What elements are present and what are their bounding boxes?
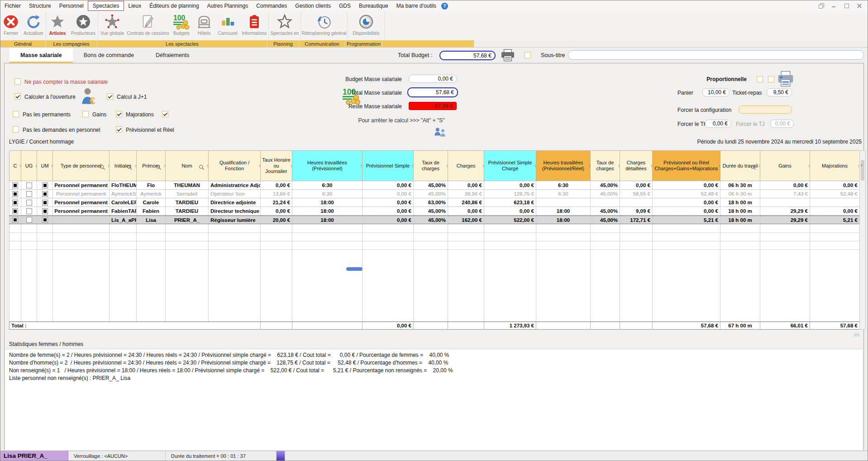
- cell-type[interactable]: Personnel permanent: [53, 198, 110, 207]
- informations-button[interactable]: Informations: [240, 11, 268, 40]
- search-icon[interactable]: [127, 164, 133, 170]
- subtitle-input[interactable]: [568, 50, 864, 60]
- ug-row-checkbox[interactable]: [26, 208, 32, 214]
- um-row-checkbox[interactable]: [42, 200, 48, 206]
- cell-prev_charge[interactable]: 0,00 €: [484, 207, 536, 216]
- cell-duree[interactable]: 18 h 00 m: [720, 207, 760, 216]
- cell-heures_prev[interactable]: 6:30: [292, 181, 362, 190]
- cell-prev_simple[interactable]: 0,00 €: [362, 190, 414, 198]
- cell-ug[interactable]: [21, 190, 37, 198]
- cell-majorations[interactable]: 0,00 €: [810, 181, 860, 190]
- cell-um[interactable]: [37, 207, 53, 216]
- cell-prev_reel[interactable]: 0,00 €: [653, 207, 720, 216]
- cell-c[interactable]: [10, 190, 21, 198]
- c-row-checkbox[interactable]: [12, 200, 18, 206]
- help-icon[interactable]: ?: [441, 3, 448, 10]
- print-blue-icon[interactable]: [777, 71, 795, 87]
- prev-reel-checkbox[interactable]: [116, 126, 122, 133]
- cell-tauxh[interactable]: 13,66 €: [261, 190, 292, 198]
- um-row-checkbox[interactable]: [42, 191, 48, 197]
- no-count-checkbox[interactable]: [14, 78, 21, 85]
- cell-heures_prev[interactable]: 6:30: [292, 190, 362, 198]
- minimize-icon[interactable]: [831, 3, 837, 9]
- vue-globale-button[interactable]: Vue globale: [98, 11, 126, 40]
- cell-initiales[interactable]: Lis_A_aPRI...: [110, 216, 137, 224]
- forcer-config-field[interactable]: [739, 106, 792, 114]
- horizontal-scroll-thumb[interactable]: [346, 267, 362, 271]
- cell-taux_ch2[interactable]: 45,00%: [591, 207, 620, 216]
- cell-gains[interactable]: 0,00 €: [760, 181, 810, 190]
- search-icon[interactable]: [100, 164, 105, 170]
- actualiser-button[interactable]: Actualiser: [21, 11, 46, 40]
- cell-prev_reel[interactable]: 52,48 €: [653, 190, 720, 198]
- cell-ug[interactable]: [21, 207, 37, 216]
- cell-um[interactable]: [37, 181, 53, 190]
- cell-ug[interactable]: [21, 216, 37, 224]
- col-header-charges[interactable]: Charges↕: [448, 150, 484, 181]
- col-header-type[interactable]: Type de personnel↕: [53, 150, 110, 181]
- cell-majorations[interactable]: 5,21 €: [810, 216, 860, 224]
- cell-charges_det[interactable]: 0,00 €: [620, 181, 653, 190]
- cell-taux_ch2[interactable]: 45,00%: [591, 190, 620, 198]
- cell-nom[interactable]: PRIER_A_: [166, 216, 209, 224]
- cell-charges_det[interactable]: [620, 198, 653, 207]
- col-header-nom[interactable]: Nom↕: [166, 150, 209, 181]
- cell-initiales[interactable]: FloTHEUM...: [110, 181, 137, 190]
- cell-charges[interactable]: 0,00 €: [448, 207, 484, 216]
- menu-item-ma-barre-d-outils[interactable]: Ma barre d'outils: [392, 1, 440, 11]
- panier-field[interactable]: 10,00 €: [702, 88, 730, 96]
- cell-type[interactable]: [53, 216, 110, 224]
- no-requests-checkbox[interactable]: [13, 126, 19, 133]
- cell-qualif[interactable]: Régisseur lumière: [209, 216, 261, 224]
- cell-duree[interactable]: 06 h 30 m: [720, 190, 760, 198]
- col-header-initiales[interactable]: Initiales↕: [110, 150, 137, 181]
- menu-item-structure[interactable]: Structure: [25, 1, 55, 11]
- restore-icon[interactable]: [819, 3, 824, 9]
- extra-checkbox[interactable]: [162, 111, 168, 117]
- um-row-checkbox[interactable]: [42, 182, 48, 188]
- cell-type[interactable]: Personnel permanent: [53, 181, 110, 190]
- cell-majorations[interactable]: 52,48 €: [810, 190, 860, 198]
- forcer-th-field[interactable]: 0,00 €: [705, 120, 731, 128]
- budgets-button[interactable]: 100Budgets: [170, 11, 193, 40]
- total-masse-field[interactable]: 57,68 €: [407, 87, 458, 97]
- menu-item-fichier[interactable]: Fichier: [0, 1, 25, 11]
- cell-gains[interactable]: 7,43 €: [760, 190, 810, 198]
- col-header-qualif[interactable]: Qualification / Fonction↕: [209, 150, 261, 181]
- menu-item-personnel[interactable]: Personnel: [55, 1, 88, 11]
- cell-majorations[interactable]: [810, 198, 860, 207]
- gains-checkbox[interactable]: [82, 111, 89, 117]
- menu-item-gds[interactable]: GDS: [335, 1, 355, 11]
- tab-defraiements[interactable]: Défraiements: [145, 48, 200, 63]
- cell-nom[interactable]: Serradeil: [166, 190, 209, 198]
- menu-item-autres-plannings[interactable]: Autres Plannings: [203, 1, 253, 11]
- cell-prev_reel[interactable]: 0,00 €: [653, 181, 720, 190]
- cell-gains[interactable]: [760, 198, 810, 207]
- cell-charges[interactable]: 0,00 €: [448, 181, 484, 190]
- col-header-taux_ch2[interactable]: Taux de charges↕: [591, 150, 620, 181]
- cell-tauxh[interactable]: 21,24 €: [261, 198, 292, 207]
- cell-c[interactable]: [10, 207, 21, 216]
- cell-tauxh[interactable]: 0,00 €: [261, 207, 292, 216]
- table-row[interactable]: Personnel permanentAymerickS...AymerickS…: [9, 190, 866, 198]
- col-header-charges_det[interactable]: Charges détaillées↕: [620, 150, 653, 181]
- col-header-prenom[interactable]: Prénom↕: [137, 150, 166, 181]
- c-row-checkbox[interactable]: [12, 217, 18, 223]
- ug-row-checkbox[interactable]: [26, 182, 32, 188]
- cell-gains[interactable]: 29,29 €: [760, 207, 810, 216]
- cell-prenom[interactable]: Aymerick: [137, 190, 166, 198]
- cell-qualif[interactable]: Opérateur Son: [209, 190, 261, 198]
- total-budget-field[interactable]: 57,68 €: [439, 51, 496, 60]
- cell-charges_det[interactable]: 9,09 €: [620, 207, 653, 216]
- cell-taux_ch2[interactable]: 45,00%: [591, 216, 620, 224]
- cell-charges[interactable]: 240,86 €: [448, 198, 484, 207]
- cell-duree[interactable]: 06 h 30 m: [720, 181, 760, 190]
- cell-prev_simple[interactable]: 0,00 €: [362, 207, 414, 216]
- cell-heures_reel[interactable]: 18:00: [536, 207, 591, 216]
- fermer-button[interactable]: Fermer: [0, 11, 21, 40]
- cell-majorations[interactable]: 0,00 €: [810, 207, 860, 216]
- cell-taux_ch[interactable]: 63,00%: [414, 198, 448, 207]
- col-header-um[interactable]: UM↕: [37, 150, 53, 181]
- col-header-c[interactable]: C↕: [10, 150, 21, 181]
- cell-heures_reel[interactable]: 18:00: [536, 216, 591, 224]
